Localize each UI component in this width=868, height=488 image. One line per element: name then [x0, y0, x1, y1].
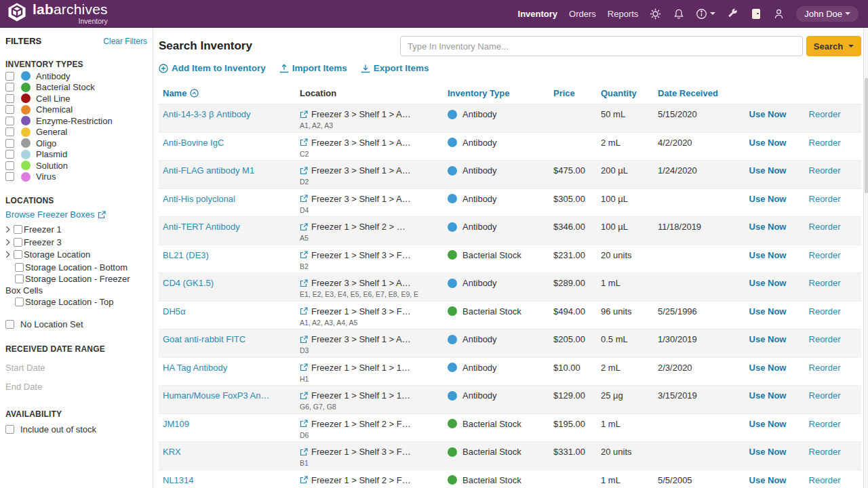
- use-now-link[interactable]: Use Now: [749, 363, 787, 373]
- export-items-button[interactable]: Export Items: [361, 63, 429, 73]
- reorder-link[interactable]: Reorder: [809, 363, 841, 373]
- location-link[interactable]: Freezer 3 > Shelf 1 > A…: [311, 165, 411, 176]
- column-header-quantity[interactable]: Quantity: [601, 88, 658, 98]
- reorder-link[interactable]: Reorder: [809, 194, 841, 204]
- inventory-type-checkbox[interactable]: [5, 94, 14, 103]
- nav-link-inventory[interactable]: Inventory: [518, 9, 558, 19]
- item-name-link[interactable]: Goat anti-rabbit FITC: [163, 334, 245, 344]
- location-checkbox[interactable]: [14, 238, 22, 247]
- column-header-price[interactable]: Price: [553, 88, 601, 98]
- location-checkbox[interactable]: [15, 263, 24, 272]
- location-link[interactable]: Freezer 3 > Shelf 1 > A…: [311, 278, 411, 288]
- inventory-type-checkbox[interactable]: [5, 105, 14, 114]
- inventory-type-checkbox[interactable]: [5, 139, 14, 148]
- item-name-link[interactable]: Anti-TERT Antibody: [163, 222, 240, 232]
- item-name-link[interactable]: Anti-His polyclonal: [163, 194, 235, 204]
- location-link[interactable]: Freezer 3 > Shelf 1 > A…: [311, 109, 411, 119]
- inventory-type-checkbox[interactable]: [5, 172, 14, 181]
- user-person-icon[interactable]: [773, 8, 785, 20]
- reorder-link[interactable]: Reorder: [809, 334, 841, 344]
- external-link-icon[interactable]: [300, 420, 308, 428]
- chevron-right-icon[interactable]: [5, 225, 14, 237]
- inventory-type-checkbox[interactable]: [5, 161, 14, 170]
- inventory-type-checkbox[interactable]: [5, 83, 14, 92]
- use-now-link[interactable]: Use Now: [749, 109, 787, 119]
- chevron-right-icon[interactable]: [5, 238, 14, 249]
- reorder-link[interactable]: Reorder: [809, 390, 841, 401]
- scrollbar-thumb[interactable]: [865, 78, 868, 193]
- clear-filters-link[interactable]: Clear Filters: [103, 37, 147, 46]
- location-link[interactable]: Freezer 1 > Shelf 3 > F…: [311, 250, 411, 260]
- external-link-icon[interactable]: [300, 138, 308, 146]
- external-link-icon[interactable]: [300, 223, 308, 231]
- include-out-of-stock-checkbox[interactable]: [5, 425, 14, 434]
- use-now-link[interactable]: Use Now: [749, 138, 787, 148]
- location-checkbox[interactable]: [15, 298, 24, 306]
- external-link-icon[interactable]: [300, 251, 308, 259]
- external-link-icon[interactable]: [300, 307, 308, 315]
- use-now-link[interactable]: Use Now: [749, 390, 787, 401]
- external-link-icon[interactable]: [300, 336, 308, 344]
- item-name-link[interactable]: Anti-FLAG antibody M1: [163, 165, 254, 176]
- location-link[interactable]: Freezer 3 > Shelf 1 > A…: [311, 334, 411, 344]
- no-location-set-checkbox[interactable]: [5, 320, 14, 329]
- reorder-link[interactable]: Reorder: [809, 138, 841, 148]
- browse-freezer-boxes-link[interactable]: Browse Freezer Boxes: [5, 209, 106, 220]
- use-now-link[interactable]: Use Now: [749, 419, 787, 429]
- location-link[interactable]: Freezer 1 > Shelf 2 > F…: [311, 419, 411, 429]
- user-menu[interactable]: John Doe: [796, 6, 859, 22]
- reorder-link[interactable]: Reorder: [809, 475, 841, 485]
- inventory-type-checkbox[interactable]: [5, 72, 14, 81]
- location-link[interactable]: Freezer 1 > Shelf 3 > F…: [311, 306, 411, 317]
- inventory-type-checkbox[interactable]: [5, 127, 14, 136]
- vertical-scrollbar[interactable]: [863, 28, 868, 488]
- location-link[interactable]: Freezer 3 > Shelf 1 > A…: [311, 194, 411, 204]
- use-now-link[interactable]: Use Now: [749, 222, 787, 232]
- column-header-name[interactable]: Name: [163, 88, 186, 98]
- chevron-right-icon[interactable]: [5, 250, 14, 262]
- external-link-icon[interactable]: [300, 167, 308, 175]
- inventory-search-input[interactable]: [400, 36, 803, 56]
- reorder-link[interactable]: Reorder: [809, 165, 841, 176]
- external-link-icon[interactable]: [300, 392, 308, 400]
- item-name-link[interactable]: DH5α: [163, 306, 186, 317]
- help-info-menu[interactable]: [696, 8, 715, 20]
- end-date-input[interactable]: [5, 382, 107, 392]
- reorder-link[interactable]: Reorder: [809, 250, 841, 260]
- location-link[interactable]: Freezer 1 > Shelf 3 > F…: [311, 447, 411, 457]
- item-name-link[interactable]: Human/Mouse FoxP3 An…: [163, 390, 270, 401]
- settings-gear-icon[interactable]: [650, 8, 661, 20]
- item-name-link[interactable]: BL21 (DE3): [163, 250, 209, 260]
- reorder-link[interactable]: Reorder: [809, 278, 841, 288]
- notifications-bell-icon[interactable]: [673, 8, 684, 20]
- column-header-date[interactable]: Date Received: [658, 88, 738, 98]
- tools-wrench-icon[interactable]: [727, 8, 738, 20]
- add-item-button[interactable]: Add Item to Inventory: [159, 63, 266, 73]
- item-name-link[interactable]: KRX: [163, 447, 181, 457]
- reorder-link[interactable]: Reorder: [809, 306, 841, 317]
- external-link-icon[interactable]: [300, 476, 308, 484]
- logout-door-icon[interactable]: [750, 8, 762, 20]
- item-name-link[interactable]: HA Tag Antibody: [163, 363, 227, 373]
- external-link-icon[interactable]: [300, 279, 308, 287]
- location-checkbox[interactable]: [14, 225, 22, 234]
- use-now-link[interactable]: Use Now: [749, 278, 787, 288]
- location-link[interactable]: Freezer 1 > Shelf 1 > 1…: [311, 390, 410, 401]
- external-link-icon[interactable]: [300, 448, 308, 456]
- use-now-link[interactable]: Use Now: [749, 165, 787, 176]
- sort-ascending-icon[interactable]: [190, 89, 199, 98]
- use-now-link[interactable]: Use Now: [749, 447, 787, 457]
- location-checkbox[interactable]: [14, 250, 22, 259]
- reorder-link[interactable]: Reorder: [809, 419, 841, 429]
- search-button[interactable]: Search: [806, 36, 861, 56]
- import-items-button[interactable]: Import Items: [279, 63, 347, 73]
- inventory-type-checkbox[interactable]: [5, 150, 14, 159]
- column-header-location[interactable]: Location: [300, 88, 448, 98]
- location-checkbox[interactable]: [15, 274, 24, 283]
- reorder-link[interactable]: Reorder: [809, 447, 841, 457]
- external-link-icon[interactable]: [300, 110, 308, 119]
- item-name-link[interactable]: Anti-Bovine IgC: [163, 138, 224, 148]
- use-now-link[interactable]: Use Now: [749, 334, 787, 344]
- location-link[interactable]: Freezer 1 > Shelf 2 > …: [311, 222, 406, 232]
- item-name-link[interactable]: Anti-14-3-3 β Antibody: [163, 109, 251, 119]
